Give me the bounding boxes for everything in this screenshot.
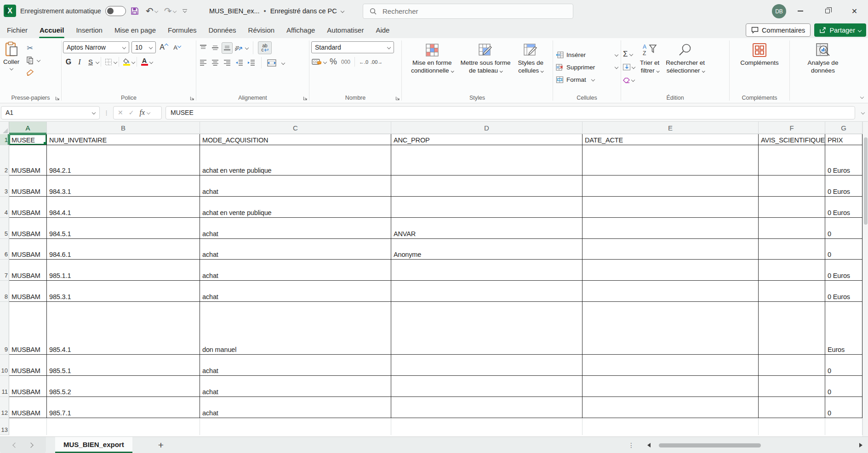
row-header-7[interactable]: 7	[0, 260, 9, 281]
tab-revision[interactable]: Révision	[242, 22, 281, 38]
cell-A2[interactable]: MUSBAM	[9, 145, 47, 176]
delete-cells-button[interactable]: Supprimer	[553, 61, 621, 73]
fill-handle[interactable]	[44, 142, 46, 145]
clipboard-dialog-launcher-icon[interactable]	[55, 96, 60, 101]
row-header-9[interactable]: 9	[0, 302, 9, 355]
borders-icon[interactable]	[103, 56, 114, 68]
column-header-E[interactable]: E	[582, 122, 759, 134]
cell-B7[interactable]: 985.1.1	[47, 260, 200, 281]
cell-F2[interactable]	[759, 145, 825, 176]
cell-D7[interactable]	[391, 260, 582, 281]
align-left-icon[interactable]	[198, 57, 209, 68]
cell-E2[interactable]	[582, 145, 759, 176]
row-header-11[interactable]: 11	[0, 376, 9, 397]
percent-style-button[interactable]: %	[328, 56, 339, 68]
tab-affichage[interactable]: Affichage	[280, 22, 321, 38]
cell-C8[interactable]: achat	[200, 281, 391, 302]
tab-fichier[interactable]: Fichier	[1, 22, 34, 38]
cell-D3[interactable]	[391, 176, 582, 197]
cell-C5[interactable]: achat	[200, 218, 391, 239]
cell-C13[interactable]	[200, 418, 391, 435]
merge-dropdown-icon[interactable]	[281, 61, 285, 64]
search-input[interactable]: Rechercher	[363, 4, 573, 19]
redo-icon[interactable]: ↷	[164, 6, 172, 16]
row-header-12[interactable]: 12	[0, 397, 9, 418]
format-as-table-button[interactable]: Mettre sous forme de tableau	[457, 41, 514, 93]
row-header-13[interactable]: 13	[0, 418, 9, 435]
cell-E10[interactable]	[582, 355, 759, 376]
conditional-formatting-button[interactable]: Mise en forme conditionnelle	[408, 41, 457, 93]
cell-B3[interactable]: 984.3.1	[47, 176, 200, 197]
comments-button[interactable]: Commentaires	[746, 23, 811, 37]
collapse-ribbon-icon[interactable]	[860, 95, 864, 99]
copy-dropdown-icon[interactable]	[37, 58, 40, 62]
cell-B4[interactable]: 984.4.1	[47, 197, 200, 218]
cell-D9[interactable]	[391, 302, 582, 355]
next-sheet-icon[interactable]	[28, 442, 33, 447]
quick-access-toolbar-icon[interactable]	[183, 9, 187, 13]
cell-E9[interactable]	[582, 302, 759, 355]
cell-C7[interactable]: achat	[200, 260, 391, 281]
cell-G10[interactable]: 0	[825, 355, 862, 376]
cell-A10[interactable]: MUSBAM	[9, 355, 47, 376]
save-icon[interactable]	[130, 6, 139, 16]
cell-F3[interactable]	[759, 176, 825, 197]
cell-A5[interactable]: MUSBAM	[9, 218, 47, 239]
autosave-toggle[interactable]	[105, 6, 126, 16]
cell-D13[interactable]	[391, 418, 582, 435]
cell-G2[interactable]: 0 Euros	[825, 145, 862, 176]
cell-G1[interactable]: PRIX	[825, 134, 862, 145]
restore-button[interactable]	[814, 0, 841, 22]
vertical-scrollbar[interactable]	[862, 122, 868, 436]
cell-G8[interactable]: 0 Euros	[825, 281, 862, 302]
cell-C1[interactable]: MODE_ACQUISITION	[200, 134, 391, 145]
cell-C6[interactable]: achat	[200, 239, 391, 260]
accounting-dropdown-icon[interactable]	[323, 60, 327, 63]
hscroll-right-icon[interactable]	[859, 443, 862, 447]
cell-B11[interactable]: 985.5.2	[47, 376, 200, 397]
tab-formules[interactable]: Formules	[162, 22, 203, 38]
cell-D10[interactable]	[391, 355, 582, 376]
cell-D4[interactable]	[391, 197, 582, 218]
column-header-C[interactable]: C	[200, 122, 391, 134]
expand-formula-bar-icon[interactable]	[861, 111, 865, 114]
merge-center-icon[interactable]	[266, 57, 277, 68]
format-painter-button[interactable]	[24, 67, 35, 79]
underline-dropdown-icon[interactable]	[96, 60, 99, 63]
comma-style-button[interactable]: 000	[340, 56, 351, 68]
minimize-button[interactable]	[787, 0, 814, 22]
share-button[interactable]: Partager	[814, 23, 866, 37]
analyze-data-button[interactable]: Analyse de données	[805, 41, 842, 93]
wrap-text-icon[interactable]: ab c	[258, 41, 272, 54]
cell-D1[interactable]: ANC_PROP	[391, 134, 582, 145]
cell-C3[interactable]: achat	[200, 176, 391, 197]
cell-F10[interactable]	[759, 355, 825, 376]
cell-E12[interactable]	[582, 397, 759, 418]
avatar[interactable]: DB	[772, 4, 786, 18]
cell-C2[interactable]: achat en vente publique	[200, 145, 391, 176]
cell-G13[interactable]	[825, 418, 862, 435]
font-size-select[interactable]: 10	[131, 41, 156, 53]
cell-B6[interactable]: 984.6.1	[47, 239, 200, 260]
alignment-dialog-launcher-icon[interactable]	[303, 96, 308, 101]
fill-color-dropdown-icon[interactable]	[131, 60, 135, 63]
sort-filter-button[interactable]: A Z Trier et filtrer	[637, 41, 662, 93]
cell-F7[interactable]	[759, 260, 825, 281]
tab-accueil[interactable]: Accueil	[34, 22, 70, 38]
cell-styles-button[interactable]: Styles de cellules	[514, 41, 547, 93]
accounting-format-icon[interactable]: CG	[311, 56, 322, 68]
undo-dropdown-icon[interactable]	[154, 9, 158, 13]
cell-C12[interactable]: achat	[200, 397, 391, 418]
cell-B10[interactable]: 985.5.1	[47, 355, 200, 376]
tab-donnees[interactable]: Données	[203, 22, 242, 38]
clear-button[interactable]	[623, 74, 635, 85]
number-format-select[interactable]: Standard	[311, 41, 394, 53]
row-header-6[interactable]: 6	[0, 239, 9, 260]
cell-F4[interactable]	[759, 197, 825, 218]
autosum-button[interactable]: Σ	[623, 49, 635, 60]
cut-button[interactable]: ✂	[24, 42, 35, 54]
increase-font-size-button[interactable]: A	[158, 42, 169, 53]
select-all-corner[interactable]	[0, 122, 9, 134]
cell-A3[interactable]: MUSBAM	[9, 176, 47, 197]
align-right-icon[interactable]	[222, 57, 233, 68]
